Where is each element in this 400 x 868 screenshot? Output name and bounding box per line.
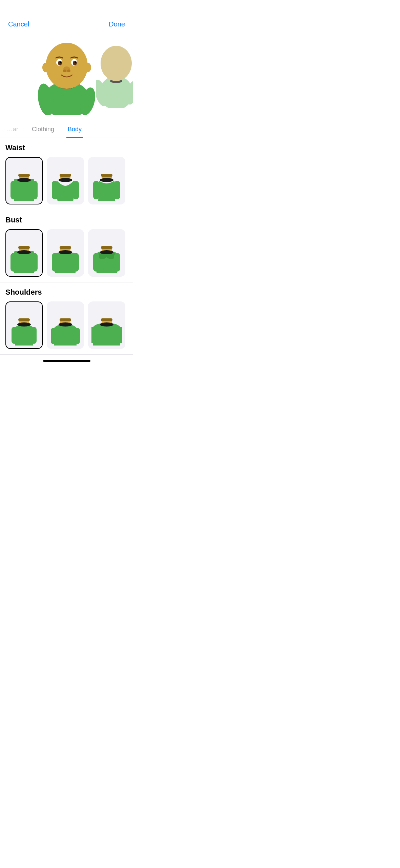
svg-point-38 (100, 178, 113, 182)
svg-rect-72 (101, 318, 112, 321)
svg-rect-50 (60, 246, 71, 249)
svg-rect-74 (118, 327, 122, 343)
svg-rect-57 (101, 246, 112, 249)
shoulders-section: Shoulders (0, 282, 133, 355)
header: Cancel Done (0, 0, 133, 34)
svg-rect-62 (18, 318, 30, 321)
waist-section: Waist (0, 138, 133, 210)
tab-body[interactable]: Body (66, 122, 83, 138)
svg-rect-29 (18, 174, 30, 177)
bust-items-row (5, 229, 128, 282)
svg-point-10 (73, 61, 77, 65)
svg-rect-59 (114, 253, 120, 272)
svg-point-44 (17, 250, 31, 254)
waist-item-2[interactable] (47, 157, 84, 204)
svg-point-4 (46, 43, 88, 89)
svg-rect-46 (10, 253, 17, 272)
svg-rect-36 (73, 181, 79, 199)
svg-rect-73 (91, 327, 96, 343)
waist-item-3[interactable] (88, 157, 125, 204)
svg-rect-42 (14, 251, 34, 273)
svg-rect-30 (10, 181, 17, 199)
tab-bar: …ar Clothing Body (0, 122, 133, 138)
svg-point-6 (84, 63, 91, 72)
bust-item-1[interactable] (5, 229, 43, 277)
svg-rect-41 (114, 181, 120, 199)
svg-point-9 (58, 61, 62, 65)
svg-rect-64 (31, 327, 37, 344)
svg-rect-26 (14, 179, 34, 201)
svg-point-71 (100, 322, 113, 327)
bust-section: Bust (0, 210, 133, 282)
shoulders-title: Shoulders (5, 288, 128, 297)
svg-point-56 (100, 250, 113, 254)
svg-rect-68 (51, 328, 56, 344)
avatar-area (0, 34, 133, 122)
svg-point-28 (17, 178, 31, 182)
waist-title: Waist (5, 143, 128, 152)
waist-item-1[interactable] (5, 157, 43, 204)
shoulders-item-1[interactable] (5, 301, 43, 349)
home-indicator-bar (43, 360, 90, 362)
svg-rect-35 (52, 181, 58, 199)
waist-items-row (5, 157, 128, 210)
svg-rect-39 (101, 174, 112, 177)
svg-point-49 (59, 250, 72, 254)
svg-point-14 (63, 70, 66, 72)
svg-rect-52 (73, 253, 79, 272)
shoulders-item-2[interactable] (47, 301, 84, 349)
svg-rect-34 (60, 174, 71, 177)
svg-point-23 (103, 62, 108, 70)
svg-point-33 (59, 178, 72, 182)
main-avatar (33, 34, 101, 115)
svg-rect-67 (60, 318, 71, 321)
bust-item-3[interactable] (88, 229, 125, 277)
bust-title: Bust (5, 216, 128, 224)
svg-rect-47 (31, 253, 38, 272)
svg-rect-40 (93, 181, 99, 199)
svg-point-66 (59, 322, 72, 327)
svg-point-61 (17, 322, 31, 327)
svg-rect-31 (31, 181, 38, 199)
shoulders-item-3[interactable] (88, 301, 125, 349)
cancel-button[interactable]: Cancel (8, 20, 29, 28)
svg-point-11 (60, 62, 61, 63)
svg-rect-51 (52, 253, 58, 272)
svg-rect-45 (18, 246, 30, 249)
svg-point-15 (67, 70, 70, 72)
svg-rect-63 (12, 327, 17, 344)
home-indicator-area (0, 357, 133, 363)
done-button[interactable]: Done (109, 20, 125, 28)
shoulders-items-row (5, 301, 128, 354)
side-avatar (96, 40, 133, 108)
svg-point-12 (75, 62, 76, 63)
svg-rect-58 (93, 253, 99, 272)
tab-headwear[interactable]: …ar (5, 122, 20, 138)
svg-rect-69 (75, 328, 80, 344)
tab-clothing[interactable]: Clothing (30, 122, 56, 138)
bust-item-2[interactable] (47, 229, 84, 277)
svg-point-5 (42, 63, 49, 72)
